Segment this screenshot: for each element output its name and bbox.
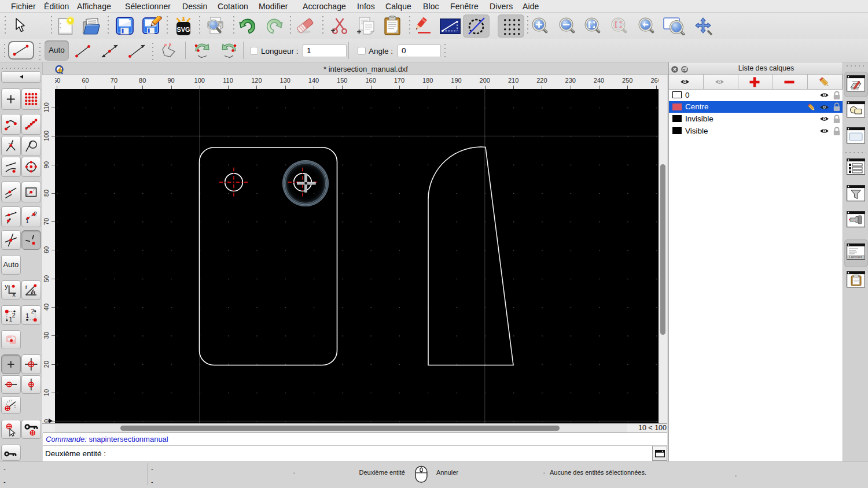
svg-text:y: y [5,283,8,290]
svg-text:1: 1 [25,312,29,319]
svg-text:2: 2 [31,308,35,315]
svg-text:x: x [12,291,16,297]
svg-text:r: r [25,283,28,290]
svg-text:2: 2 [12,312,16,319]
svg-text:a: a [32,289,36,295]
svg-text:c command: c command [848,256,862,258]
